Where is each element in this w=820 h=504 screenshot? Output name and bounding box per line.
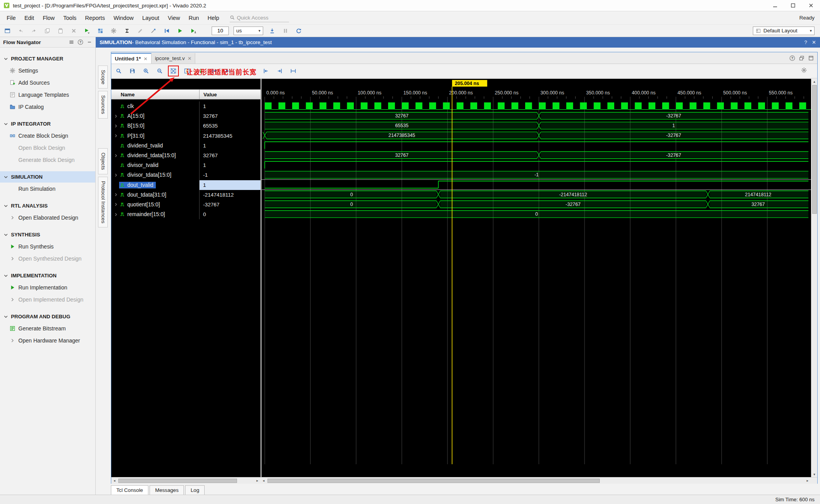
signal-row[interactable]: remainder[15:0]0: [111, 209, 260, 219]
flownav-section-synthesis[interactable]: SYNTHESIS: [0, 229, 95, 240]
signal-row[interactable]: dividend_tdata[15:0]32767: [111, 151, 260, 160]
run-time-input[interactable]: [212, 27, 229, 35]
delete-button[interactable]: [70, 27, 78, 35]
expand-chevron-icon[interactable]: [113, 133, 119, 138]
panel-maximize-icon[interactable]: [808, 55, 814, 61]
signal-name-cell[interactable]: dividend_tdata[15:0]: [111, 151, 199, 160]
expand-chevron-icon[interactable]: [113, 153, 119, 158]
signal-value-cell[interactable]: 1: [199, 180, 260, 190]
relaunch-simulation-button[interactable]: [294, 27, 303, 35]
wave-horizontal-scrollbar[interactable]: ◂ ▸: [260, 477, 811, 484]
step-button[interactable]: [268, 27, 276, 35]
sidetab-protocol-instances[interactable]: Protocol Instances: [98, 177, 108, 228]
signal-name-cell[interactable]: clk: [111, 101, 199, 111]
edit-button[interactable]: [136, 27, 144, 35]
doc-tab-untitled-1-[interactable]: Untitled 1*✕: [111, 53, 152, 64]
tab-close-icon[interactable]: ✕: [144, 56, 148, 62]
signal-row[interactable]: quotient[15:0]-32767: [111, 200, 260, 209]
chevron-right-icon[interactable]: [9, 296, 16, 303]
menu-window[interactable]: Window: [109, 13, 138, 23]
break-button[interactable]: [281, 27, 290, 35]
vertical-scroll-thumb[interactable]: [812, 85, 817, 214]
flownav-item-settings[interactable]: Settings: [0, 64, 95, 76]
signal-row[interactable]: dout_tvalid1: [111, 180, 260, 190]
find-signal-button[interactable]: [114, 67, 123, 75]
time-unit-select[interactable]: us▾: [234, 27, 263, 35]
tab-close-icon[interactable]: ✕: [187, 56, 191, 61]
signal-value-cell[interactable]: -32767: [199, 200, 260, 209]
scroll-up-icon[interactable]: ▴: [813, 79, 815, 84]
expand-chevron-icon[interactable]: [113, 114, 119, 119]
scroll-right-icon[interactable]: ▸: [804, 479, 811, 483]
chevron-right-icon[interactable]: [9, 256, 16, 262]
zoom-fit-button[interactable]: [169, 67, 178, 75]
report-button[interactable]: [123, 27, 131, 35]
expand-chevron-icon[interactable]: [113, 123, 119, 129]
wave-vertical-scrollbar[interactable]: ▴ ▾: [811, 79, 817, 477]
flownav-section-project-manager[interactable]: PROJECT MANAGER: [0, 53, 95, 64]
signal-name-cell[interactable]: B[15:0]: [111, 121, 199, 131]
wave-scroll-thumb[interactable]: [267, 479, 600, 483]
flownav-item-open-hardware-manager[interactable]: Open Hardware Manager: [0, 334, 95, 346]
value-column-header[interactable]: Value: [199, 90, 260, 99]
signal-name-cell[interactable]: remainder[15:0]: [111, 209, 199, 219]
signal-name-cell[interactable]: dividend_tvalid: [111, 141, 199, 151]
signal-name-cell[interactable]: P[31:0]: [111, 131, 199, 141]
maximize-button[interactable]: [784, 0, 802, 11]
panel-help-icon[interactable]: ?: [789, 55, 795, 61]
signal-value-cell[interactable]: 1: [199, 160, 260, 170]
help-icon[interactable]: ?: [77, 39, 84, 45]
wave-settings-button[interactable]: [801, 67, 807, 75]
chevron-right-icon[interactable]: [9, 215, 16, 221]
undo-button[interactable]: [16, 27, 25, 35]
zoom-in-button[interactable]: [142, 67, 150, 75]
scroll-right-icon[interactable]: ▸: [254, 479, 260, 483]
signal-name-cell[interactable]: dout_tdata[31:0]: [111, 190, 199, 200]
flownav-item-generate-bitstream[interactable]: Generate Bitstream: [0, 322, 95, 334]
console-tab-messages[interactable]: Messages: [150, 485, 184, 495]
paste-button[interactable]: [56, 27, 65, 35]
signal-value-cell[interactable]: 1: [199, 101, 260, 111]
flownav-item-create-block-design[interactable]: Create Block Design: [0, 130, 95, 142]
close-button[interactable]: [802, 0, 820, 11]
zoom-out-button[interactable]: [155, 67, 164, 75]
flownav-item-language-templates[interactable]: Language Templates: [0, 89, 95, 101]
expand-chevron-icon[interactable]: [113, 192, 119, 197]
flownav-item-run-simulation[interactable]: Run Simulation: [0, 183, 95, 195]
signal-row[interactable]: clk1: [111, 101, 260, 111]
flownav-section-implementation[interactable]: IMPLEMENTATION: [0, 270, 95, 281]
scroll-down-icon[interactable]: ▾: [813, 472, 815, 477]
run-for-time-button[interactable]: [189, 27, 198, 35]
signal-value-cell[interactable]: 1: [199, 141, 260, 151]
go-to-time-zero-button[interactable]: [262, 67, 270, 75]
signal-name-cell[interactable]: divisor_tdata[15:0]: [111, 170, 199, 180]
chevron-right-icon[interactable]: [9, 337, 16, 344]
menu-tools[interactable]: Tools: [59, 13, 81, 23]
quick-access-search[interactable]: Quick Access: [230, 14, 289, 22]
signal-name-cell[interactable]: quotient[15:0]: [111, 200, 199, 209]
signal-value-cell[interactable]: -2147418112: [199, 190, 260, 200]
minimize-button[interactable]: [766, 0, 784, 11]
name-column-header[interactable]: Name: [111, 92, 199, 98]
flownav-item-run-synthesis[interactable]: Run Synthesis: [0, 240, 95, 252]
waveform-svg[interactable]: 0.000 ns50.000 ns100.000 ns150.000 ns200…: [262, 79, 811, 477]
console-tab-log[interactable]: Log: [185, 485, 205, 495]
flownav-section-simulation[interactable]: SIMULATION: [0, 171, 95, 183]
flownav-section-rtl-analysis[interactable]: RTL ANALYSIS: [0, 200, 95, 211]
flownav-item-open-elaborated-design[interactable]: Open Elaborated Design: [0, 211, 95, 224]
dock-window-button[interactable]: [3, 27, 12, 35]
copy-button[interactable]: [43, 27, 52, 35]
expand-chevron-icon[interactable]: [113, 212, 119, 217]
menu-help[interactable]: Help: [203, 13, 224, 23]
table-horizontal-scrollbar[interactable]: ◂ ▸: [111, 477, 260, 484]
flownav-item-add-sources[interactable]: Add Sources: [0, 76, 95, 89]
context-help-icon[interactable]: ?: [804, 39, 807, 45]
expand-chevron-icon[interactable]: [113, 202, 119, 207]
menu-view[interactable]: View: [164, 13, 184, 23]
signal-row[interactable]: dout_tdata[31:0]-2147418112: [111, 190, 260, 200]
signal-name-cell[interactable]: A[15:0]: [111, 111, 199, 121]
sidetab-sources[interactable]: Sources: [98, 91, 108, 118]
signal-row[interactable]: divisor_tdata[15:0]-1: [111, 170, 260, 180]
flownav-section-ip-integrator[interactable]: IP INTEGRATOR: [0, 118, 95, 130]
flownav-item-ip-catalog[interactable]: IP Catalog: [0, 101, 95, 113]
